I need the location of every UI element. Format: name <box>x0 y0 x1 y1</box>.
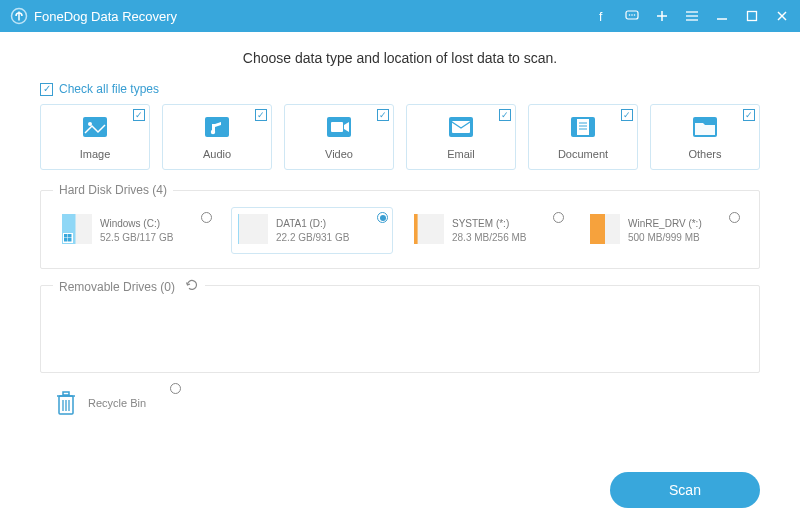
hard-disk-legend: Hard Disk Drives (4) <box>53 183 173 197</box>
svg-rect-25 <box>452 121 470 133</box>
svg-rect-41 <box>414 214 444 244</box>
type-checkbox[interactable] <box>621 109 633 121</box>
svg-rect-40 <box>238 214 239 244</box>
document-icon <box>569 115 597 142</box>
svg-rect-36 <box>68 234 72 238</box>
drive-radio[interactable] <box>729 212 740 223</box>
audio-icon <box>203 115 231 142</box>
drive-icon <box>238 214 268 247</box>
app-brand: FoneDog Data Recovery <box>10 7 177 25</box>
svg-rect-37 <box>64 238 68 242</box>
drive-name: SYSTEM (*:) <box>452 217 526 231</box>
svg-rect-47 <box>63 392 69 395</box>
type-checkbox[interactable] <box>377 109 389 121</box>
svg-rect-35 <box>64 234 68 238</box>
svg-rect-27 <box>577 119 589 135</box>
type-card-video[interactable]: Video <box>284 104 394 170</box>
recycle-bin-radio[interactable] <box>170 383 181 394</box>
recycle-bin-icon <box>54 389 78 417</box>
video-icon <box>325 115 353 142</box>
recycle-bin-row[interactable]: Recycle Bin <box>40 389 760 417</box>
svg-rect-39 <box>238 214 268 244</box>
type-card-email[interactable]: Email <box>406 104 516 170</box>
svg-point-6 <box>634 14 636 16</box>
page-heading: Choose data type and location of lost da… <box>40 50 760 66</box>
logo-icon <box>10 7 28 25</box>
check-all-checkbox[interactable] <box>40 83 53 96</box>
removable-section: Removable Drives (0) <box>40 285 760 373</box>
refresh-icon[interactable] <box>185 278 199 295</box>
drive-size: 500 MB/999 MB <box>628 231 702 245</box>
svg-point-17 <box>88 122 92 126</box>
drive-icon <box>414 214 444 247</box>
file-types-row: ImageAudioVideoEmailDocumentOthers <box>40 104 760 170</box>
app-title: FoneDog Data Recovery <box>34 9 177 24</box>
email-icon <box>447 115 475 142</box>
drive-item[interactable]: Windows (C:)52.5 GB/117 GB <box>55 207 217 254</box>
type-label: Image <box>80 148 111 160</box>
type-card-document[interactable]: Document <box>528 104 638 170</box>
drive-size: 22.2 GB/931 GB <box>276 231 349 245</box>
type-label: Document <box>558 148 608 160</box>
recycle-bin-label: Recycle Bin <box>88 397 146 409</box>
drive-name: Windows (C:) <box>100 217 173 231</box>
type-label: Video <box>325 148 353 160</box>
svg-point-4 <box>629 14 631 16</box>
drive-item[interactable]: WinRE_DRV (*:)500 MB/999 MB <box>583 207 745 254</box>
svg-rect-18 <box>205 117 229 137</box>
drive-radio[interactable] <box>201 212 212 223</box>
close-icon[interactable] <box>774 8 790 24</box>
check-all-row[interactable]: Check all file types <box>40 82 760 96</box>
type-card-others[interactable]: Others <box>650 104 760 170</box>
type-checkbox[interactable] <box>743 109 755 121</box>
svg-point-20 <box>211 129 215 133</box>
svg-rect-44 <box>590 214 605 244</box>
add-icon[interactable] <box>654 8 670 24</box>
type-checkbox[interactable] <box>133 109 145 121</box>
facebook-icon[interactable]: f <box>594 8 610 24</box>
type-checkbox[interactable] <box>499 109 511 121</box>
svg-rect-22 <box>331 122 343 132</box>
drive-name: WinRE_DRV (*:) <box>628 217 702 231</box>
drive-size: 28.3 MB/256 MB <box>452 231 526 245</box>
drive-icon <box>590 214 620 247</box>
drive-size: 52.5 GB/117 GB <box>100 231 173 245</box>
drive-radio[interactable] <box>377 212 388 223</box>
svg-rect-13 <box>748 12 757 21</box>
others-icon <box>691 115 719 142</box>
hard-disk-section: Hard Disk Drives (4) Windows (C:)52.5 GB… <box>40 190 760 269</box>
type-label: Audio <box>203 148 231 160</box>
svg-rect-38 <box>68 238 72 242</box>
feedback-icon[interactable] <box>624 8 640 24</box>
check-all-label: Check all file types <box>59 82 159 96</box>
menu-icon[interactable] <box>684 8 700 24</box>
drive-item[interactable]: SYSTEM (*:)28.3 MB/256 MB <box>407 207 569 254</box>
drive-radio[interactable] <box>553 212 564 223</box>
drives-row: Windows (C:)52.5 GB/117 GBDATA1 (D:)22.2… <box>55 207 745 254</box>
minimize-icon[interactable] <box>714 8 730 24</box>
svg-text:f: f <box>599 10 603 22</box>
svg-point-5 <box>631 14 633 16</box>
removable-legend: Removable Drives (0) <box>59 280 175 294</box>
drive-name: DATA1 (D:) <box>276 217 349 231</box>
drive-icon <box>62 214 92 247</box>
type-checkbox[interactable] <box>255 109 267 121</box>
type-card-audio[interactable]: Audio <box>162 104 272 170</box>
type-card-image[interactable]: Image <box>40 104 150 170</box>
type-label: Email <box>447 148 475 160</box>
scan-button[interactable]: Scan <box>610 472 760 508</box>
titlebar: FoneDog Data Recovery f <box>0 0 800 32</box>
maximize-icon[interactable] <box>744 8 760 24</box>
drive-item[interactable]: DATA1 (D:)22.2 GB/931 GB <box>231 207 393 254</box>
image-icon <box>81 115 109 142</box>
svg-rect-42 <box>414 214 418 244</box>
type-label: Others <box>688 148 721 160</box>
